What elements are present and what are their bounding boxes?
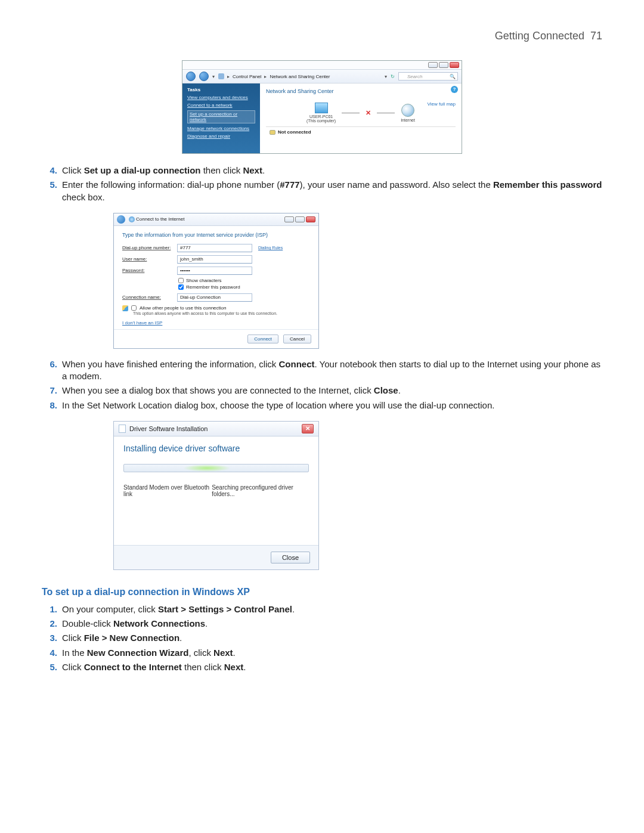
step-5: 5. Enter the following information: dial…	[42, 179, 602, 203]
tasks-title: Tasks	[187, 87, 255, 92]
connection-status: Not connected	[266, 126, 456, 137]
back-icon[interactable]	[186, 72, 196, 81]
step-4: 4. Click Set up a dial-up connection the…	[42, 165, 602, 176]
computer-icon	[315, 103, 328, 113]
close-button[interactable]: Close	[271, 552, 310, 563]
wizard-heading: Type the information from your Internet …	[122, 232, 310, 238]
status-icon	[270, 130, 275, 135]
task-connect-network[interactable]: Connect to a network	[187, 103, 255, 108]
task-manage-connections[interactable]: Manage network connections	[187, 126, 255, 131]
username-field[interactable]: john_smith	[177, 255, 252, 264]
page-header: Getting Connected 71	[42, 30, 602, 42]
network-sharing-center-window: ▾ Control Panel Network and Sharing Cent…	[182, 60, 462, 154]
close-icon[interactable]	[306, 216, 315, 222]
label-password: Password:	[122, 268, 177, 273]
tasks-pane: Tasks View computers and devices Connect…	[182, 83, 260, 153]
back-icon[interactable]	[117, 215, 125, 224]
allow-others-subtext: This option allows anyone with access to…	[133, 311, 310, 315]
maximize-icon[interactable]	[295, 216, 305, 222]
shield-icon	[122, 305, 128, 311]
device-name: Standard Modem over Bluetooth link	[123, 484, 212, 497]
driver-heading: Installing device driver software	[123, 444, 309, 453]
internet-node: Internet	[401, 104, 415, 122]
connection-name-field[interactable]: Dial-up Connection	[177, 293, 252, 302]
dialing-rules-link[interactable]: Dialing Rules	[258, 246, 283, 250]
driver-install-dialog: Driver Software Installation ✕ Installin…	[113, 421, 319, 570]
nsc-main-pane: ? Network and Sharing Center View full m…	[260, 83, 462, 153]
page-icon	[119, 425, 126, 433]
nsc-heading: Network and Sharing Center	[266, 88, 456, 94]
step-7: 7. When you see a dialog box that shows …	[42, 385, 602, 397]
remember-password-checkbox[interactable]: Remember this password	[178, 284, 310, 290]
help-icon[interactable]: ?	[451, 86, 458, 93]
search-input[interactable]: Search 🔍	[398, 72, 458, 80]
globe-icon	[129, 216, 135, 222]
allow-others-checkbox[interactable]	[131, 305, 137, 311]
minimize-icon[interactable]	[284, 216, 294, 222]
xp-step-5: 5. Click Connect to the Internet then cl…	[42, 661, 602, 673]
breadcrumb-control-panel[interactable]: Control Panel	[233, 74, 261, 79]
computer-icon	[218, 73, 224, 79]
label-user: User name:	[122, 256, 177, 262]
globe-icon	[401, 104, 414, 117]
show-characters-checkbox[interactable]: Show characters	[178, 278, 310, 283]
label-phone: Dial-up phone number:	[122, 245, 177, 250]
close-icon[interactable]	[450, 62, 459, 68]
minimize-icon[interactable]	[428, 62, 438, 68]
label-connection-name: Connection name:	[122, 295, 177, 300]
page-number: 71	[590, 30, 602, 42]
task-diagnose-repair[interactable]: Diagnose and repair	[187, 134, 255, 139]
breadcrumb-nsc[interactable]: Network and Sharing Center	[270, 74, 330, 79]
header-title: Getting Connected	[495, 30, 584, 42]
address-bar: ▾ Control Panel Network and Sharing Cent…	[182, 69, 462, 83]
disconnected-icon: ✕	[366, 109, 371, 117]
xp-step-4: 4. In the New Connection Wizard, click N…	[42, 647, 602, 659]
xp-step-2: 2. Double-click Network Connections.	[42, 618, 602, 630]
task-view-computers[interactable]: View computers and devices	[187, 95, 255, 100]
pc-node: USER-PC01 (This computer)	[306, 103, 336, 123]
xp-step-1: 1. On your computer, click Start > Setti…	[42, 603, 602, 615]
window-titlebar	[182, 61, 462, 69]
maximize-icon[interactable]	[439, 62, 448, 68]
driver-titlebar: Driver Software Installation ✕	[114, 422, 318, 436]
no-isp-link[interactable]: I don't have an ISP	[122, 320, 162, 326]
phone-field[interactable]: #777	[177, 244, 252, 252]
breadcrumb[interactable]: Control Panel Network and Sharing Center	[218, 73, 381, 79]
xp-step-3: 3. Click File > New Connection.	[42, 632, 602, 644]
connect-button[interactable]: Connect	[247, 335, 278, 343]
close-icon[interactable]: ✕	[302, 424, 314, 433]
wizard-titlebar: Connect to the Internet	[114, 213, 318, 226]
progress-bar	[123, 464, 309, 472]
step-6: 6. When you have finished entering the i…	[42, 358, 602, 383]
driver-title: Driver Software Installation	[129, 425, 208, 432]
connect-internet-wizard: Connect to the Internet Type the informa…	[113, 213, 319, 349]
step-8: 8. In the Set Network Location dialog bo…	[42, 400, 602, 411]
device-status: Searching preconfigured driver folders..…	[212, 484, 309, 497]
wizard-title: Connect to the Internet	[136, 216, 184, 222]
xp-section-heading: To set up a dial-up connection in Window…	[42, 587, 602, 597]
password-field[interactable]: ••••••	[177, 267, 252, 275]
search-icon: 🔍	[450, 74, 456, 79]
view-full-map-link[interactable]: View full map	[428, 101, 456, 107]
cancel-button[interactable]: Cancel	[283, 335, 311, 343]
task-setup-connection[interactable]: Set up a connection or network	[187, 110, 255, 123]
forward-icon[interactable]	[199, 72, 209, 81]
